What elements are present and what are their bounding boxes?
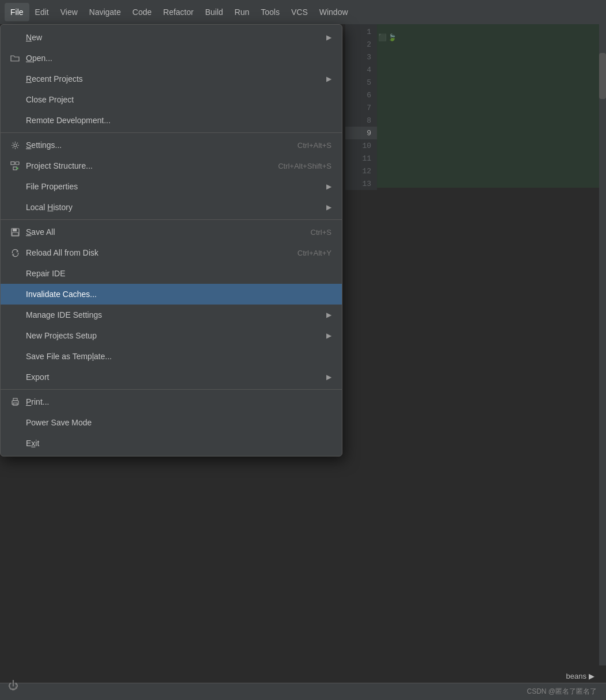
blank-icon [9, 31, 21, 44]
submenu-arrow-recent: ▶ [326, 75, 331, 83]
svg-rect-2 [16, 162, 19, 165]
blank-icon-newprojects [9, 329, 21, 342]
submenu-arrow-new: ▶ [326, 33, 331, 41]
line-5: 5 [345, 76, 377, 89]
project-structure-icon [9, 159, 21, 172]
file-dropdown-menu: New ▶ Open... Recent Projects ▶ Close Pr… [0, 24, 342, 456]
menu-item-project-structure[interactable]: Project Structure... Ctrl+Alt+Shift+S [1, 155, 342, 176]
blank-icon-close [9, 93, 21, 106]
beans-arrow: ▶ [589, 672, 594, 680]
status-text: CSDN @匿名了匿名了 [527, 687, 597, 697]
menu-navigate[interactable]: Navigate [83, 3, 127, 21]
line-12: 12 [345, 165, 377, 177]
svg-point-4 [16, 168, 18, 170]
menu-item-local-history[interactable]: Local History ▶ [1, 197, 342, 218]
menu-item-manage-ide-settings[interactable]: Manage IDE Settings ▶ [1, 305, 342, 325]
menu-code[interactable]: Code [127, 3, 157, 21]
separator-3 [1, 389, 342, 390]
menu-view[interactable]: View [55, 3, 83, 21]
submenu-arrow-history: ▶ [326, 203, 331, 211]
gear-icon [9, 139, 21, 151]
line-numbers: 1 2 3 4 5 6 7 8 9 10 11 12 13 [345, 21, 377, 190]
menu-edit[interactable]: Edit [29, 3, 55, 21]
menu-item-export[interactable]: Export ▶ [1, 367, 342, 387]
folder-icon [9, 52, 21, 64]
line-6: 6 [345, 89, 377, 101]
reload-icon [9, 246, 21, 259]
menu-item-new-projects-setup[interactable]: New Projects Setup ▶ [1, 325, 342, 346]
print-icon [9, 395, 21, 408]
line-13: 13 [345, 177, 377, 190]
submenu-arrow-newprojects: ▶ [326, 332, 331, 340]
save-icon [9, 226, 21, 238]
svg-rect-1 [11, 162, 14, 165]
menu-build[interactable]: Build [199, 3, 228, 21]
blank-icon-recent [9, 73, 21, 85]
beans-text: beans [566, 672, 586, 680]
blank-icon-export [9, 371, 21, 383]
blank-icon-manage [9, 309, 21, 321]
line-11: 11 [345, 152, 377, 165]
beans-label-area: beans ▶ [566, 672, 594, 680]
line-10: 10 [345, 139, 377, 152]
blank-icon-savetemplate [9, 350, 21, 363]
menu-item-exit[interactable]: Exit [1, 433, 342, 454]
menu-item-close-project[interactable]: Close Project [1, 89, 342, 110]
menu-item-new[interactable]: New ▶ [1, 27, 342, 48]
line-7: 7 [345, 101, 377, 114]
blank-icon-remote [9, 114, 21, 127]
blank-icon-exit [9, 437, 21, 450]
menu-item-remote-development[interactable]: Remote Development... [1, 110, 342, 131]
svg-rect-7 [12, 233, 18, 235]
menu-item-settings[interactable]: Settings... Ctrl+Alt+S [1, 135, 342, 155]
green-highlight-block [377, 21, 599, 188]
line-2: 2 [345, 38, 377, 51]
menu-item-reload[interactable]: Reload All from Disk Ctrl+Alt+Y [1, 242, 342, 263]
separator-1 [1, 132, 342, 133]
menu-vcs[interactable]: VCS [285, 3, 314, 21]
submenu-arrow-export: ▶ [326, 373, 331, 381]
separator-2 [1, 219, 342, 220]
svg-point-0 [14, 144, 17, 147]
menu-run[interactable]: Run [229, 3, 256, 21]
menu-item-open[interactable]: Open... [1, 48, 342, 69]
blank-icon-fileprops [9, 180, 21, 193]
bottom-status-bar: CSDN @匿名了匿名了 [0, 683, 606, 700]
submenu-arrow-fileprops: ▶ [326, 182, 331, 191]
menu-item-print[interactable]: Print... [1, 391, 342, 412]
menu-item-invalidate-caches[interactable]: Invalidate Caches... [1, 284, 342, 305]
line-4: 4 [345, 63, 377, 76]
menu-item-file-properties[interactable]: File Properties ▶ [1, 176, 342, 197]
vertical-scrollbar[interactable] [599, 24, 606, 665]
menu-file[interactable]: File [5, 3, 29, 21]
menu-tools[interactable]: Tools [255, 3, 285, 21]
menu-refactor[interactable]: Refactor [158, 3, 200, 21]
line-1: 1 [345, 25, 377, 38]
blank-icon-invalidate [9, 288, 21, 300]
menu-item-save-all[interactable]: Save All Ctrl+S [1, 222, 342, 242]
menu-window[interactable]: Window [314, 3, 354, 21]
menu-bar: File Edit View Navigate Code Refactor Bu… [0, 0, 606, 24]
menu-item-save-template[interactable]: Save File as Template... [1, 346, 342, 367]
scrollbar-thumb[interactable] [599, 53, 606, 99]
power-save-icon[interactable]: ⏻ [8, 680, 18, 692]
svg-rect-6 [13, 229, 17, 231]
line-3: 3 [345, 51, 377, 63]
blank-icon-repair [9, 267, 21, 280]
blank-icon-powersave [9, 416, 21, 429]
submenu-arrow-manage: ▶ [326, 311, 331, 319]
menu-item-recent-projects[interactable]: Recent Projects ▶ [1, 69, 342, 89]
blank-icon-history [9, 201, 21, 214]
editor-area: C Main.j 1 2 3 4 5 6 7 8 9 10 11 12 13 ⬛… [345, 0, 606, 700]
menu-item-power-save-mode[interactable]: Power Save Mode [1, 412, 342, 433]
menu-item-repair-ide[interactable]: Repair IDE [1, 263, 342, 284]
line-9: 9 [345, 127, 377, 139]
power-save-label: Power Save Mode [26, 418, 331, 427]
line-8: 8 [345, 114, 377, 127]
